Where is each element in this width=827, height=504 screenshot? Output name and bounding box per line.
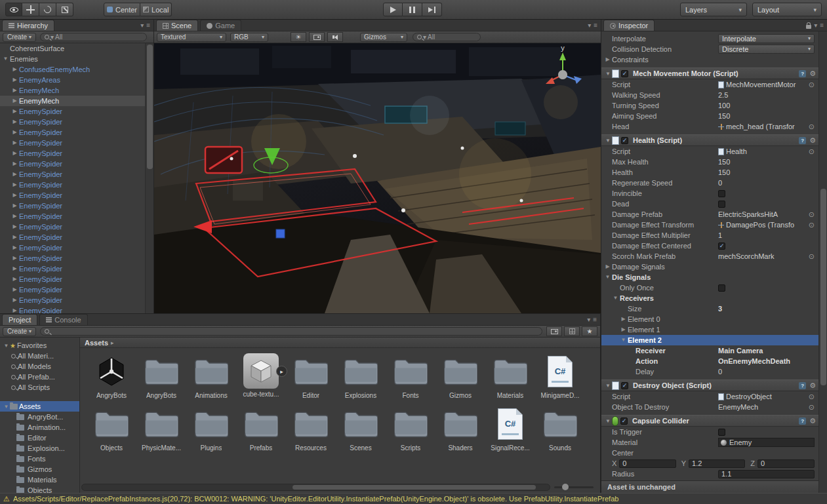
inspector-foldout[interactable]: ▼Element 2 <box>601 335 818 345</box>
inspector-row[interactable]: Collision DetectionDiscrete▾ <box>601 44 818 54</box>
scene-lighting-toggle[interactable]: ☀ <box>291 32 306 42</box>
hierarchy-item[interactable]: ▼Enemies <box>0 54 153 64</box>
inspector-row[interactable]: Walking Speed2.5 <box>601 90 818 100</box>
foldout-icon[interactable]: ▶ <box>10 148 19 159</box>
view-tool-button[interactable] <box>5 3 22 16</box>
inspector-row[interactable]: Turning Speed100 <box>601 100 818 111</box>
number-field[interactable]: 1.2 <box>689 459 745 468</box>
render-channel-dropdown[interactable]: RGB ▾ <box>230 33 268 42</box>
foldout-icon[interactable]: ▶ <box>10 253 19 263</box>
inspector-row[interactable]: Only Once <box>601 282 818 293</box>
hierarchy-item[interactable]: ▶EnemySpider <box>0 106 153 117</box>
pane-menu[interactable]: ▾ ≡ <box>806 22 824 29</box>
project-favorite-item[interactable]: All Materi... <box>0 351 79 361</box>
hierarchy-item[interactable]: ▶EnemySpider <box>0 117 153 127</box>
inspector-row[interactable]: ScriptHealth⊙ <box>601 146 818 157</box>
hierarchy-item[interactable]: ▶EnemySpider <box>0 169 153 180</box>
asset-grid-item[interactable]: Shaders <box>438 406 483 452</box>
hierarchy-item[interactable]: ▶EnemySpider <box>0 138 153 148</box>
inspector-foldout[interactable]: ▶Damage Signals <box>601 262 818 272</box>
foldout-icon[interactable]: ▶ <box>10 138 19 148</box>
hierarchy-item[interactable]: ▶EnemySpider <box>0 295 153 305</box>
asset-grid-item[interactable]: AngryBots <box>89 353 134 399</box>
foldout-icon[interactable]: ▶ <box>10 117 19 127</box>
foldout-icon[interactable]: ▼ <box>611 293 620 303</box>
asset-grid-item[interactable]: Resources <box>289 406 333 452</box>
foldout-icon[interactable]: ▶ <box>10 274 19 284</box>
pane-menu[interactable]: ▾ ≡ <box>587 316 597 323</box>
asset-grid-item[interactable]: Fonts <box>388 353 433 399</box>
inspector-scrollbar[interactable] <box>818 31 827 493</box>
tab-hierarchy[interactable]: Hierarchy <box>2 20 54 31</box>
foldout-icon[interactable]: ▼ <box>3 343 10 349</box>
hierarchy-item[interactable]: ▶EnemyMech <box>0 96 153 106</box>
help-icon[interactable]: ? <box>799 137 806 144</box>
foldout-icon[interactable]: ▼ <box>619 335 628 345</box>
inspector-row[interactable]: ActionOnEnemyMechDeath <box>601 356 818 366</box>
hierarchy-item[interactable]: ▶ConfusedEnemyMech <box>0 64 153 75</box>
checkbox[interactable] <box>718 284 725 292</box>
hierarchy-item[interactable]: ▶EnemySpider <box>0 159 153 169</box>
foldout-icon[interactable]: ▶ <box>10 201 19 211</box>
asset-grid-item[interactable]: Gizmos <box>438 353 483 399</box>
skybox-toggle[interactable] <box>309 32 325 42</box>
project-favorite-item[interactable]: All Scripts <box>0 382 79 393</box>
foldout-icon[interactable]: ▼ <box>603 272 612 282</box>
inspector-row[interactable]: Size3 <box>601 303 818 314</box>
breadcrumb-assets[interactable]: Assets <box>85 339 108 347</box>
foldout-icon[interactable]: ▼ <box>3 404 10 410</box>
help-icon[interactable]: ? <box>799 70 806 77</box>
gizmos-dropdown[interactable]: Gizmos ▾ <box>360 33 407 42</box>
inspector-row[interactable]: Object To DestroyEnemyMech⊙ <box>601 402 818 412</box>
foldout-icon[interactable]: ▶ <box>10 222 19 232</box>
foldout-icon[interactable]: ▼ <box>604 138 612 144</box>
foldout-icon[interactable]: ▶ <box>10 169 19 180</box>
hierarchy-item[interactable]: CoherentSurface <box>0 43 153 54</box>
number-field[interactable]: 1.1 <box>718 470 815 478</box>
component-header[interactable]: ▼✓Capsule Collider?⚙ <box>601 415 818 427</box>
dropdown-field[interactable]: Discrete▾ <box>718 45 815 54</box>
inspector-row[interactable]: Is Trigger <box>601 427 818 437</box>
asset-grid-item[interactable]: Prefabs <box>239 406 283 452</box>
object-picker-icon[interactable]: ⊙ <box>809 79 815 90</box>
project-folder-item[interactable]: Fonts <box>0 454 79 464</box>
inspector-foldout[interactable]: ▶Element 0 <box>601 314 818 324</box>
inspector-row[interactable]: Damage Effect Multiplier1 <box>601 230 818 241</box>
component-header[interactable]: ▼✓Mech Movement Motor (Script)?⚙ <box>601 68 818 79</box>
scene-orientation-gizmo[interactable]: y <box>536 45 586 96</box>
asset-grid-item[interactable]: Scripts <box>388 406 433 452</box>
inspector-row[interactable]: ReceiverMain Camera <box>601 345 818 356</box>
foldout-icon[interactable]: ▶ <box>10 211 19 222</box>
asset-grid-item[interactable]: Scenes <box>338 406 383 452</box>
project-folder-item[interactable]: Objects <box>0 485 79 493</box>
pause-button[interactable] <box>403 3 422 16</box>
scene-search-input[interactable]: ▾ All <box>413 33 481 41</box>
foldout-icon[interactable]: ▶ <box>10 180 19 190</box>
foldout-icon[interactable]: ▶ <box>619 324 628 335</box>
number-field[interactable]: 0 <box>757 459 815 468</box>
foldout-icon[interactable]: ▶ <box>10 242 19 253</box>
inspector-row[interactable]: Scorch Mark PrefabmechScorchMark⊙ <box>601 251 818 262</box>
scrollbar-thumb[interactable] <box>820 189 826 385</box>
hierarchy-item[interactable]: ▶EnemySpider <box>0 232 153 242</box>
asset-grid-item[interactable]: Plugins <box>189 406 233 452</box>
inspector-row[interactable]: Center <box>601 448 818 458</box>
project-favorite-item[interactable]: All Prefab... <box>0 372 79 382</box>
asset-grid-item[interactable]: AngryBots <box>139 353 184 399</box>
gear-icon[interactable]: ⚙ <box>809 381 816 390</box>
object-field[interactable]: EnemyMech⊙ <box>718 402 815 412</box>
asset-grid-item[interactable]: Editor <box>289 353 333 399</box>
object-field[interactable]: Health⊙ <box>718 146 815 157</box>
hierarchy-scrollbar[interactable] <box>145 43 153 313</box>
search-by-label-button[interactable] <box>564 326 580 336</box>
inspector-row[interactable]: Headmech_head (Transfor⊙ <box>601 121 818 132</box>
scrollbar-thumb[interactable] <box>147 45 153 169</box>
foldout-icon[interactable]: ▶ <box>603 54 612 65</box>
number-field[interactable]: 0 <box>619 459 676 468</box>
icon-size-slider[interactable] <box>554 486 594 488</box>
inspector-row[interactable]: ScriptDestroyObject⊙ <box>601 391 818 402</box>
asset-grid-item[interactable]: C#MinigameD... <box>538 353 582 399</box>
help-icon[interactable]: ? <box>799 382 806 389</box>
foldout-icon[interactable]: ▼ <box>604 71 612 77</box>
foldout-icon[interactable]: ▶ <box>10 190 19 201</box>
